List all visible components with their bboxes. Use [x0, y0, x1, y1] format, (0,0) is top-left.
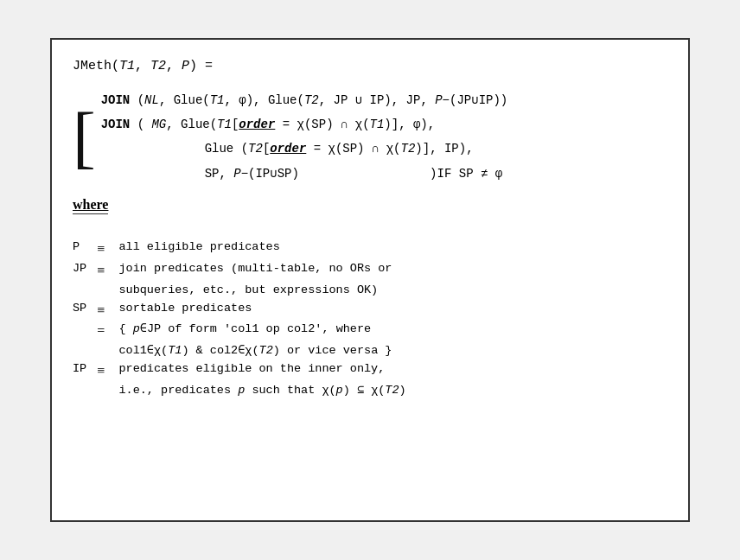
def-row-JP-cont: subqueries, etc., but expressions OK)	[73, 282, 406, 300]
def-term-P: P	[73, 239, 97, 260]
def-row-P: P ≡ all eligible predicates	[73, 239, 406, 260]
def-equiv-SP-eq: =	[97, 321, 112, 342]
big-bracket-symbol: [	[73, 87, 96, 184]
def-desc-JP: join predicates (multi-table, no ORs or	[112, 260, 405, 282]
where-section: where	[73, 197, 667, 226]
bracket-block: [ JOIN (NL, Glue(T1, φ), Glue(T2, JP ∪ I…	[73, 87, 667, 184]
join-line-1: JOIN (NL, Glue(T1, φ), Glue(T2, JP ∪ IP)…	[101, 91, 512, 110]
def-row-JP: JP ≡ join predicates (multi-table, no OR…	[73, 260, 406, 282]
def-desc-SP: sortable predicates	[112, 300, 405, 321]
join-line-2c: SP, P−(IP∪SP) )	[101, 164, 437, 183]
definitions-table: P ≡ all eligible predicates JP ≡ join pr…	[73, 239, 406, 400]
join-line-2b: Glue (T2[order = χ(SP) ∩ χ(T2)], IP),	[101, 139, 512, 158]
main-card: JMeth(T1, T2, P) = [ JOIN (NL, Glue(T1, …	[50, 38, 690, 522]
formula-title: JMeth(T1, T2, P) =	[73, 59, 213, 73]
def-row-SP-eq: = { p∈JP of form 'col1 op col2', where	[73, 321, 406, 342]
def-equiv-SP: ≡	[97, 300, 112, 321]
def-equiv-P: ≡	[97, 239, 112, 260]
def-desc-SP-eq: { p∈JP of form 'col1 op col2', where	[112, 321, 405, 342]
def-term-SP: SP	[73, 300, 97, 321]
def-row-SP: SP ≡ sortable predicates	[73, 300, 406, 321]
def-equiv-JP: ≡	[97, 260, 112, 282]
def-row-SP-eq-cont: col1∈χ(T1) & col2∈χ(T2) or vice versa }	[73, 342, 406, 360]
def-row-IP: IP ≡ predicates eligible on the inner on…	[73, 360, 406, 382]
def-desc-SP-eq-cont: col1∈χ(T1) & col2∈χ(T2) or vice versa }	[112, 342, 405, 360]
def-row-IP-cont: i.e., predicates p such that χ(p) ⊆ χ(T2…	[73, 382, 406, 400]
def-equiv-IP: ≡	[97, 360, 112, 382]
if-clause: IF SP ≠ φ	[437, 167, 512, 181]
def-desc-IP: predicates eligible on the inner only,	[112, 360, 405, 382]
formula-header: JMeth(T1, T2, P) =	[73, 57, 667, 77]
def-desc-JP-cont: subqueries, etc., but expressions OK)	[112, 282, 405, 300]
def-term-IP: IP	[73, 360, 97, 382]
def-desc-IP-cont: i.e., predicates p such that χ(p) ⊆ χ(T2…	[112, 382, 405, 400]
join-line-2a: JOIN ( MG, Glue(T1[order = χ(SP) ∩ χ(T1)…	[101, 115, 512, 134]
def-desc-P: all eligible predicates	[112, 239, 405, 260]
bracket-content: JOIN (NL, Glue(T1, φ), Glue(T2, JP ∪ IP)…	[101, 87, 512, 184]
join-line-2c-row: SP, P−(IP∪SP) ) IF SP ≠ φ	[101, 164, 512, 183]
def-term-JP: JP	[73, 260, 97, 282]
where-label: where	[73, 197, 108, 214]
